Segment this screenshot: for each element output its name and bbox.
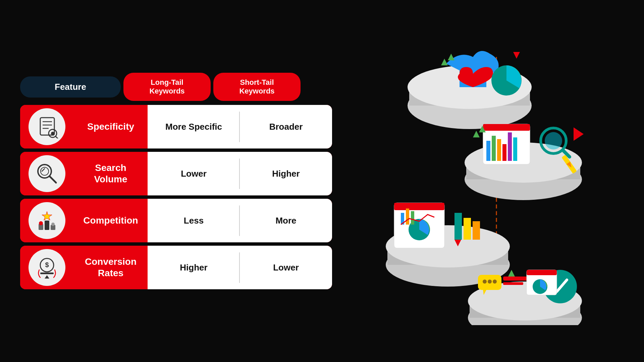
svg-point-41 <box>545 132 562 149</box>
svg-rect-56 <box>411 211 414 225</box>
svg-marker-27 <box>448 54 454 60</box>
row-data-competition: Less More <box>148 199 332 242</box>
svg-rect-69 <box>503 277 530 281</box>
row-data-specificity: More Specific Broader <box>148 105 332 148</box>
svg-rect-59 <box>473 221 480 240</box>
svg-rect-73 <box>527 270 557 275</box>
svg-point-66 <box>483 280 487 284</box>
row-label-competition: Competition <box>74 199 148 242</box>
row-icon-conversion-rates: $ <box>20 246 74 289</box>
row-label-specificity: Specificity <box>74 105 148 148</box>
svg-rect-11 <box>45 221 49 230</box>
svg-marker-14 <box>42 212 52 220</box>
svg-point-67 <box>488 280 492 284</box>
svg-line-8 <box>50 176 56 183</box>
svg-point-15 <box>39 221 43 225</box>
svg-rect-33 <box>486 141 490 161</box>
longtail-cell-conversion-rates: Higher <box>148 246 240 289</box>
row-data-search-volume: Lower Higher <box>148 152 332 195</box>
row-label-conversion-rates: Conversion Rates <box>74 246 148 289</box>
shorttail-cell-conversion-rates: Lower <box>240 246 332 289</box>
svg-line-10 <box>42 169 45 171</box>
table-row-search-volume: Search Volume Lower Higher <box>20 152 332 195</box>
svg-marker-28 <box>513 52 520 59</box>
icon-circle-specificity <box>29 108 65 145</box>
svg-rect-36 <box>502 144 506 161</box>
svg-rect-37 <box>508 132 512 161</box>
header-longtail: Long-Tail Keywords <box>123 73 211 101</box>
longtail-cell-specificity: More Specific <box>148 105 240 148</box>
table-row-specificity: Specificity More Specific Broader <box>20 105 332 148</box>
icon-circle-search-volume <box>29 155 65 192</box>
svg-rect-38 <box>513 137 517 161</box>
svg-rect-57 <box>454 213 462 240</box>
icon-circle-conversion-rates: $ <box>29 249 65 286</box>
main-table: Feature Long-Tail Keywords Short-Tail Ke… <box>0 59 352 303</box>
svg-rect-19 <box>40 273 54 274</box>
longtail-cell-competition: Less <box>148 199 240 242</box>
header-feature: Feature <box>20 76 121 98</box>
table-row-conversion-rates: $ Conversion Rates Higher Lower <box>20 246 332 289</box>
svg-marker-46 <box>473 131 480 137</box>
svg-rect-58 <box>464 218 471 240</box>
svg-line-6 <box>56 136 58 138</box>
shorttail-cell-competition: More <box>240 199 332 242</box>
svg-rect-55 <box>406 208 409 225</box>
row-label-search-volume: Search Volume <box>74 152 148 195</box>
shorttail-cell-search-volume: Higher <box>240 152 332 195</box>
row-data-conversion-rates: Higher Lower <box>148 246 332 289</box>
table-row-competition: Competition Less More <box>20 199 332 242</box>
table-section: Specificity More Specific Broader Search… <box>20 105 332 289</box>
svg-text:$: $ <box>45 261 49 268</box>
svg-rect-70 <box>503 282 523 285</box>
longtail-cell-search-volume: Lower <box>148 152 240 195</box>
svg-rect-39 <box>483 124 530 131</box>
shorttail-cell-specificity: Broader <box>240 105 332 148</box>
icon-circle-competition <box>29 202 65 239</box>
row-icon-competition <box>20 199 74 242</box>
svg-point-5 <box>51 132 54 135</box>
svg-marker-20 <box>45 275 49 279</box>
svg-rect-52 <box>394 203 444 210</box>
row-icon-search-volume <box>20 152 74 195</box>
svg-rect-35 <box>497 139 501 161</box>
svg-rect-34 <box>492 136 496 161</box>
header-row: Feature Long-Tail Keywords Short-Tail Ke… <box>20 73 332 101</box>
svg-marker-45 <box>574 127 584 141</box>
svg-marker-75 <box>508 270 515 277</box>
svg-point-68 <box>493 280 497 284</box>
illustration-area <box>359 30 634 332</box>
row-icon-specificity <box>20 105 74 148</box>
svg-point-16 <box>51 223 55 226</box>
header-shorttail: Short-Tail Keywords <box>213 73 301 101</box>
svg-marker-26 <box>441 59 448 65</box>
